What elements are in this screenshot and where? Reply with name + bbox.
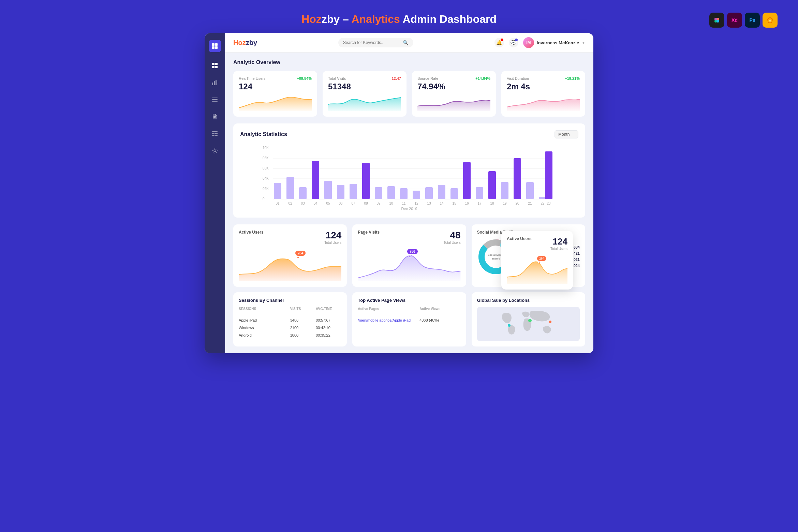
content-area: Analytic Overview RealTime Users +09.84%…: [225, 53, 593, 353]
search-input[interactable]: [343, 40, 400, 45]
sidebar-logo[interactable]: [209, 40, 221, 52]
world-map: [477, 307, 580, 341]
svg-rect-65: [545, 151, 552, 199]
chevron-down-icon: ▼: [582, 41, 585, 45]
svg-rect-58: [463, 162, 471, 199]
navbar-brand: Hozzby: [233, 39, 257, 47]
active-users-chart: 284: [239, 247, 341, 281]
sidebar-item-tables[interactable]: [211, 130, 219, 137]
username: Inverness McKenzie: [537, 40, 579, 45]
svg-rect-12: [212, 63, 215, 65]
active-users-sub: Total Users: [324, 241, 341, 245]
svg-rect-28: [212, 135, 215, 136]
user-info[interactable]: IM Inverness McKenzie ▼: [523, 37, 585, 48]
brand-dark: zby: [322, 13, 340, 25]
svg-text:09: 09: [376, 202, 381, 205]
tool-icons: Xd Ps: [709, 13, 778, 28]
ps-icon[interactable]: Ps: [745, 13, 760, 28]
navbar: Hozzby 🔍 🔔 💬 IM Inverness McKenzie: [225, 33, 593, 53]
sessions-table-header: Sessions Visits Avg.Time: [239, 307, 341, 313]
svg-rect-24: [213, 117, 216, 118]
duration-change: +19.21%: [565, 76, 580, 80]
svg-rect-44: [286, 177, 294, 199]
svg-text:07: 07: [351, 202, 355, 205]
map-dot-3: [549, 321, 551, 323]
svg-text:05: 05: [326, 202, 330, 205]
sidebar-item-reports[interactable]: [211, 113, 219, 120]
sidebar-item-analytics[interactable]: [211, 79, 219, 86]
search-box[interactable]: 🔍: [338, 38, 413, 47]
svg-rect-14: [212, 66, 215, 68]
sessions-title: Sessions By Channel: [239, 298, 341, 303]
bounce-change: +14.64%: [475, 76, 490, 80]
realtime-chart: [239, 94, 312, 111]
top-header: Hozzby – Analytics Admin Dashboard Xd Ps: [7, 7, 791, 33]
svg-rect-22: [212, 101, 218, 102]
sidebar: [205, 33, 225, 353]
chart-date-label: Dec 2019: [240, 207, 578, 211]
duration-value: 2m 4s: [507, 82, 580, 91]
month-select[interactable]: Month: [555, 130, 578, 138]
top-pages-title: Top Active Page Views: [358, 298, 460, 303]
svg-rect-45: [299, 187, 307, 199]
svg-text:18: 18: [490, 202, 494, 205]
sidebar-item-layers[interactable]: [211, 96, 219, 103]
global-sale-title: Global Sale by Locations: [477, 298, 580, 303]
svg-text:03: 03: [301, 202, 305, 205]
svg-rect-23: [213, 116, 216, 117]
svg-text:10K: 10K: [263, 146, 269, 150]
visits-chart: [328, 94, 401, 111]
notification-bell-icon[interactable]: 🔔: [494, 38, 504, 47]
svg-text:13: 13: [427, 202, 431, 205]
page-visits-title: Page Visits: [358, 230, 380, 235]
avatar: IM: [523, 37, 534, 48]
active-users-header: Active Users 124 Total Users: [239, 230, 341, 245]
svg-text:01: 01: [276, 202, 280, 205]
floating-chart: 264: [507, 253, 567, 284]
notification-dot: [501, 39, 503, 41]
svg-rect-59: [476, 187, 483, 199]
svg-text:12: 12: [414, 202, 418, 205]
svg-rect-56: [438, 185, 445, 199]
svg-rect-17: [214, 81, 215, 85]
svg-text:20: 20: [515, 202, 519, 205]
svg-rect-60: [488, 171, 496, 199]
bounce-chart: [417, 94, 490, 111]
main-title: Hozzby – Analytics Admin Dashboard: [301, 13, 497, 25]
svg-rect-20: [212, 98, 218, 98]
map-dot-1: [508, 324, 511, 327]
svg-text:23: 23: [547, 202, 551, 205]
sessions-card: Sessions By Channel Sessions Visits Avg.…: [233, 292, 347, 346]
sidebar-item-settings[interactable]: [211, 147, 219, 154]
svg-rect-61: [501, 182, 508, 199]
global-sale-card: Global Sale by Locations: [472, 292, 585, 346]
svg-rect-55: [425, 187, 433, 199]
active-users-tooltip: 284: [295, 251, 306, 256]
svg-text:14: 14: [440, 202, 444, 205]
svg-rect-62: [514, 158, 521, 199]
svg-rect-57: [450, 188, 458, 199]
svg-text:06: 06: [339, 202, 343, 205]
notification-chat-icon[interactable]: 💬: [509, 38, 518, 47]
svg-point-4: [714, 18, 717, 20]
xd-icon[interactable]: Xd: [727, 13, 742, 28]
svg-rect-10: [212, 46, 215, 49]
navbar-brand-dark: zby: [246, 39, 257, 46]
page-visits-value: 48: [444, 230, 461, 241]
sketch-icon[interactable]: [763, 13, 778, 28]
figma-icon[interactable]: [709, 13, 724, 28]
svg-text:04: 04: [313, 202, 317, 205]
svg-rect-27: [215, 133, 218, 134]
page-visits-chart: 786: [358, 247, 460, 281]
svg-rect-21: [212, 99, 218, 100]
svg-text:21: 21: [528, 202, 532, 205]
sessions-section: Sessions By Channel Sessions Visits Avg.…: [233, 292, 585, 346]
svg-text:06K: 06K: [263, 166, 269, 170]
svg-text:04K: 04K: [263, 177, 269, 180]
stats-header: Analytic Statistics Month: [240, 130, 578, 138]
floating-tooltip: 264: [537, 256, 546, 261]
sidebar-item-dashboard[interactable]: [211, 62, 219, 69]
svg-rect-53: [400, 188, 408, 199]
navbar-right: 🔔 💬 IM Inverness McKenzie ▼: [494, 37, 585, 48]
analytics-text: Analytics: [351, 13, 400, 25]
